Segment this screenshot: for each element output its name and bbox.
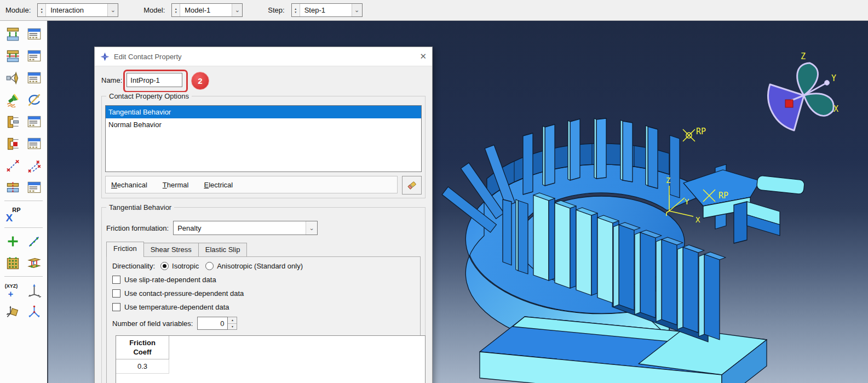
swap-arrows-icon (27, 93, 42, 107)
friction-formulation-value: Penalty (174, 221, 306, 235)
manager-window-icon (27, 71, 42, 85)
checkbox-temperature[interactable] (112, 303, 120, 311)
tangential-behavior-group: Tangential Behavior Friction formulation… (101, 207, 426, 383)
toolbox-separator (4, 201, 43, 201)
tie-manager-button[interactable] (25, 178, 44, 197)
datum-csys-button[interactable] (25, 280, 44, 300)
connector-wire-multi-button[interactable] (25, 156, 44, 175)
manager-window-icon (27, 115, 42, 129)
datum-axis-button[interactable] (25, 302, 44, 322)
manager-window-icon (27, 49, 42, 64)
rp-label-1: RP (696, 127, 706, 136)
field-variables-spinner[interactable]: ▲ ▼ (228, 317, 237, 330)
chevron-down-icon[interactable]: ⌄ (107, 4, 118, 16)
tab-elastic-slip[interactable]: Elastic Slip (198, 243, 248, 256)
name-input[interactable]: IntProp-1 (127, 73, 182, 87)
menu-electrical-rest: lectrical (209, 181, 233, 189)
module-spinner[interactable]: ▲ ▼ (38, 4, 46, 16)
model-value: Model-1 (180, 4, 232, 16)
directionality-label: Directionality: (112, 262, 155, 270)
create-constraint-button[interactable] (4, 68, 22, 88)
contact-property-options-list[interactable]: Tangential Behavior Normal Behavior (105, 105, 422, 172)
rp-x-mark: X (6, 213, 13, 223)
radio-isotropic[interactable] (160, 262, 169, 270)
menu-electrical[interactable]: Electrical (204, 181, 233, 189)
module-combo[interactable]: ▲ ▼ Interaction ⌄ (37, 3, 118, 17)
step-spinner[interactable]: ▲ ▼ (292, 4, 300, 16)
spin-down-icon: ▼ (175, 10, 177, 14)
connector-icon (5, 115, 20, 129)
field-variables-label: Number of field variables: (112, 319, 193, 328)
create-attachment-points-button[interactable] (4, 253, 22, 273)
context-toolbar: Module: ▲ ▼ Interaction ⌄ Model: ▲ ▼ Mod… (0, 0, 868, 21)
close-icon[interactable]: ✕ (410, 52, 427, 61)
model-spinner[interactable]: ▲ ▼ (172, 4, 180, 16)
tab-shear-stress[interactable]: Shear Stress (143, 243, 199, 256)
toolbox-separator (4, 276, 43, 277)
chevron-down-icon[interactable]: ⌄ (306, 221, 317, 235)
chevron-down-icon[interactable]: ⌄ (232, 4, 242, 16)
rp-marker-1[interactable] (683, 129, 695, 141)
checkbox-slip-rate[interactable] (112, 276, 120, 284)
wire-icon (5, 158, 20, 173)
create-constraint-icon (5, 71, 20, 85)
constraint-manager-button[interactable] (25, 68, 44, 88)
manager-window-icon (27, 136, 42, 151)
group-title: Contact Property Options (106, 92, 192, 100)
list-item-normal-behavior[interactable]: Normal Behavior (106, 118, 421, 131)
manager-window-icon (27, 27, 42, 42)
view-compass[interactable]: Z Y X (768, 52, 838, 130)
tab-handle (683, 170, 805, 243)
menu-thermal-mnemonic: T (163, 181, 167, 189)
tie-icon (5, 180, 20, 195)
create-interaction-button[interactable] (4, 24, 22, 44)
triad-z-label: Z (666, 176, 670, 185)
interaction-manager-2-button[interactable] (25, 46, 44, 66)
create-attachment-lines-button[interactable] (25, 253, 44, 273)
field-variables-spinbox[interactable]: 0 ▲ ▼ (197, 317, 237, 330)
step-combo[interactable]: ▲ ▼ Step-1 ⌄ (291, 3, 363, 17)
checkbox-contact-pressure-label: Use contact-pressure-dependent data (124, 289, 244, 298)
friction-table-cell[interactable]: 0.3 (116, 359, 169, 374)
datum-plane-icon (5, 305, 20, 319)
datum-plane-button[interactable] (4, 302, 22, 322)
connector-assignment-manager-button[interactable] (25, 134, 44, 153)
find-contact-pairs-button[interactable] (4, 90, 22, 110)
delete-option-button[interactable] (402, 176, 422, 195)
connector-wire-button[interactable] (4, 156, 22, 175)
create-wire-feature-button[interactable] (25, 231, 44, 251)
step-value: Step-1 (300, 4, 352, 16)
connector-manager-button[interactable] (25, 112, 44, 132)
swap-surfaces-button[interactable] (25, 90, 44, 110)
radio-anisotropic[interactable] (205, 262, 214, 270)
friction-formulation-combo[interactable]: Penalty ⌄ (173, 221, 318, 235)
compass-y-label: Y (831, 73, 836, 83)
create-connector-assignment-button[interactable] (4, 134, 22, 153)
create-tie-button[interactable] (4, 178, 22, 197)
checkbox-contact-pressure[interactable] (112, 289, 120, 298)
create-interaction-icon (5, 27, 20, 42)
create-interaction-alt-button[interactable] (4, 46, 22, 66)
model-combo[interactable]: ▲ ▼ Model-1 ⌄ (171, 3, 243, 17)
field-variables-value[interactable]: 0 (197, 317, 228, 330)
create-connector-section-button[interactable] (4, 112, 22, 132)
attachment-points-icon (5, 256, 20, 271)
friction-table[interactable]: Friction Coeff 0.3 (116, 335, 426, 383)
interaction-toolbox: RP X (XYZ) + (0, 21, 48, 383)
dialog-titlebar[interactable]: Edit Contact Property ✕ (95, 47, 432, 66)
part-model[interactable] (442, 118, 804, 383)
reference-point-button[interactable]: RP X (4, 204, 22, 224)
chevron-down-icon[interactable]: ⌄ (352, 4, 362, 16)
flashlight-icon (5, 93, 20, 107)
create-datum-point-button[interactable] (4, 231, 22, 251)
friction-formulation-label: Friction formulation: (106, 224, 169, 232)
spin-down-icon[interactable]: ▼ (228, 324, 237, 330)
interaction-manager-button[interactable] (25, 24, 44, 44)
spin-up-icon[interactable]: ▲ (228, 317, 237, 324)
manager-window-icon (27, 180, 42, 195)
menu-mechanical[interactable]: Mechanical (111, 181, 147, 189)
list-item-tangential-behavior[interactable]: Tangential Behavior (106, 106, 421, 118)
tab-friction[interactable]: Friction (106, 242, 144, 257)
datum-point-xyz-button[interactable]: (XYZ) + (4, 280, 22, 300)
menu-thermal[interactable]: Thermal (163, 181, 189, 189)
